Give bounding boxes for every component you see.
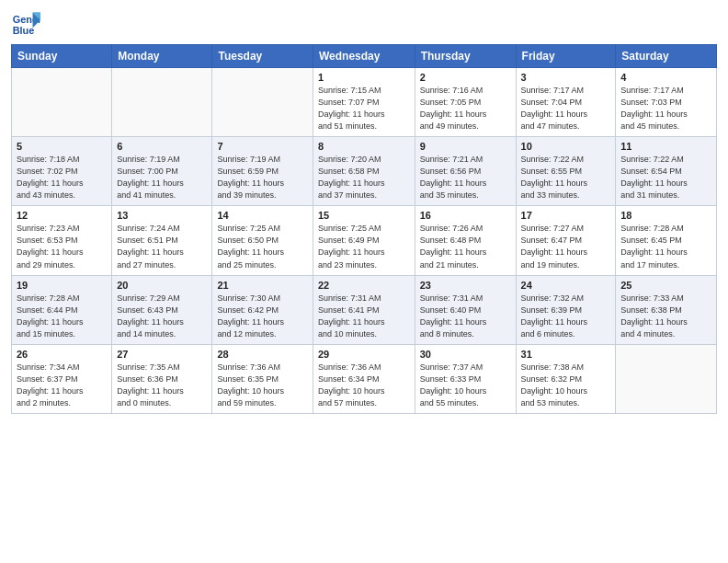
calendar-week-row: 12Sunrise: 7:23 AM Sunset: 6:53 PM Dayli… [12,206,717,275]
day-info: Sunrise: 7:36 AM Sunset: 6:35 PM Dayligh… [217,362,307,409]
col-header-saturday: Saturday [616,45,717,68]
day-info: Sunrise: 7:29 AM Sunset: 6:43 PM Dayligh… [117,293,207,340]
day-number: 30 [420,349,511,360]
calendar-cell: 11Sunrise: 7:22 AM Sunset: 6:54 PM Dayli… [616,137,717,206]
calendar-cell: 19Sunrise: 7:28 AM Sunset: 6:44 PM Dayli… [12,275,112,344]
calendar-cell: 15Sunrise: 7:25 AM Sunset: 6:49 PM Dayli… [313,206,415,275]
day-number: 16 [420,210,511,221]
day-info: Sunrise: 7:31 AM Sunset: 6:40 PM Dayligh… [420,293,511,340]
day-info: Sunrise: 7:17 AM Sunset: 7:04 PM Dayligh… [521,85,611,132]
day-number: 17 [521,210,611,221]
calendar-cell: 4Sunrise: 7:17 AM Sunset: 7:03 PM Daylig… [616,68,717,137]
calendar-cell: 25Sunrise: 7:33 AM Sunset: 6:38 PM Dayli… [616,275,717,344]
day-info: Sunrise: 7:38 AM Sunset: 6:32 PM Dayligh… [521,362,611,409]
day-info: Sunrise: 7:16 AM Sunset: 7:05 PM Dayligh… [420,85,511,132]
day-number: 28 [217,349,307,360]
calendar-cell: 30Sunrise: 7:37 AM Sunset: 6:33 PM Dayli… [415,344,516,413]
calendar-cell: 3Sunrise: 7:17 AM Sunset: 7:04 PM Daylig… [516,68,616,137]
day-number: 9 [420,141,511,152]
calendar-cell: 28Sunrise: 7:36 AM Sunset: 6:35 PM Dayli… [212,344,313,413]
day-number: 15 [318,210,410,221]
calendar-cell [112,68,212,137]
day-number: 18 [620,210,711,221]
calendar-cell: 27Sunrise: 7:35 AM Sunset: 6:36 PM Dayli… [112,344,212,413]
calendar-table: SundayMondayTuesdayWednesdayThursdayFrid… [11,44,717,414]
day-number: 21 [217,280,307,291]
day-number: 29 [318,349,410,360]
day-info: Sunrise: 7:23 AM Sunset: 6:53 PM Dayligh… [17,223,107,270]
col-header-wednesday: Wednesday [313,45,415,68]
day-info: Sunrise: 7:20 AM Sunset: 6:58 PM Dayligh… [318,154,410,201]
calendar-cell [616,344,717,413]
day-info: Sunrise: 7:33 AM Sunset: 6:38 PM Dayligh… [620,293,711,340]
day-info: Sunrise: 7:36 AM Sunset: 6:34 PM Dayligh… [318,362,410,409]
calendar-week-row: 5Sunrise: 7:18 AM Sunset: 7:02 PM Daylig… [12,137,717,206]
calendar-cell: 16Sunrise: 7:26 AM Sunset: 6:48 PM Dayli… [415,206,516,275]
col-header-thursday: Thursday [415,45,516,68]
day-info: Sunrise: 7:19 AM Sunset: 7:00 PM Dayligh… [117,154,207,201]
day-number: 11 [620,141,711,152]
day-number: 22 [318,280,410,291]
calendar-cell: 26Sunrise: 7:34 AM Sunset: 6:37 PM Dayli… [12,344,112,413]
day-number: 27 [117,349,207,360]
day-number: 31 [521,349,611,360]
day-number: 8 [318,141,410,152]
day-info: Sunrise: 7:31 AM Sunset: 6:41 PM Dayligh… [318,293,410,340]
day-number: 10 [521,141,611,152]
calendar-cell: 8Sunrise: 7:20 AM Sunset: 6:58 PM Daylig… [313,137,415,206]
day-number: 26 [17,349,107,360]
calendar-header-row: SundayMondayTuesdayWednesdayThursdayFrid… [12,45,717,68]
calendar-cell [12,68,112,137]
day-info: Sunrise: 7:24 AM Sunset: 6:51 PM Dayligh… [117,223,207,270]
day-info: Sunrise: 7:30 AM Sunset: 6:42 PM Dayligh… [217,293,307,340]
day-number: 3 [521,72,611,83]
calendar-cell: 22Sunrise: 7:31 AM Sunset: 6:41 PM Dayli… [313,275,415,344]
calendar-cell: 6Sunrise: 7:19 AM Sunset: 7:00 PM Daylig… [112,137,212,206]
calendar-cell: 2Sunrise: 7:16 AM Sunset: 7:05 PM Daylig… [415,68,516,137]
col-header-sunday: Sunday [12,45,112,68]
calendar-cell: 1Sunrise: 7:15 AM Sunset: 7:07 PM Daylig… [313,68,415,137]
day-number: 23 [420,280,511,291]
day-info: Sunrise: 7:35 AM Sunset: 6:36 PM Dayligh… [117,362,207,409]
calendar-week-row: 26Sunrise: 7:34 AM Sunset: 6:37 PM Dayli… [12,344,717,413]
svg-text:Blue: Blue [13,25,35,36]
calendar-week-row: 1Sunrise: 7:15 AM Sunset: 7:07 PM Daylig… [12,68,717,137]
day-number: 20 [117,280,207,291]
day-info: Sunrise: 7:27 AM Sunset: 6:47 PM Dayligh… [521,223,611,270]
day-number: 12 [17,210,107,221]
logo-icon: General Blue [11,9,40,39]
calendar-cell: 13Sunrise: 7:24 AM Sunset: 6:51 PM Dayli… [112,206,212,275]
page: General Blue SundayMondayTuesdayWednesda… [0,0,728,563]
calendar-cell: 9Sunrise: 7:21 AM Sunset: 6:56 PM Daylig… [415,137,516,206]
day-info: Sunrise: 7:22 AM Sunset: 6:55 PM Dayligh… [521,154,611,201]
calendar-cell: 29Sunrise: 7:36 AM Sunset: 6:34 PM Dayli… [313,344,415,413]
day-info: Sunrise: 7:18 AM Sunset: 7:02 PM Dayligh… [17,154,107,201]
col-header-tuesday: Tuesday [212,45,313,68]
calendar-cell: 24Sunrise: 7:32 AM Sunset: 6:39 PM Dayli… [516,275,616,344]
day-number: 5 [17,141,107,152]
day-info: Sunrise: 7:37 AM Sunset: 6:33 PM Dayligh… [420,362,511,409]
day-info: Sunrise: 7:26 AM Sunset: 6:48 PM Dayligh… [420,223,511,270]
header: General Blue [11,9,717,39]
day-number: 6 [117,141,207,152]
day-number: 7 [217,141,307,152]
calendar-cell [212,68,313,137]
calendar-cell: 17Sunrise: 7:27 AM Sunset: 6:47 PM Dayli… [516,206,616,275]
col-header-monday: Monday [112,45,212,68]
calendar-cell: 5Sunrise: 7:18 AM Sunset: 7:02 PM Daylig… [12,137,112,206]
day-number: 4 [620,72,711,83]
day-info: Sunrise: 7:34 AM Sunset: 6:37 PM Dayligh… [17,362,107,409]
day-number: 13 [117,210,207,221]
day-number: 19 [17,280,107,291]
day-info: Sunrise: 7:21 AM Sunset: 6:56 PM Dayligh… [420,154,511,201]
day-info: Sunrise: 7:25 AM Sunset: 6:50 PM Dayligh… [217,223,307,270]
day-number: 1 [318,72,410,83]
day-info: Sunrise: 7:32 AM Sunset: 6:39 PM Dayligh… [521,293,611,340]
calendar-cell: 14Sunrise: 7:25 AM Sunset: 6:50 PM Dayli… [212,206,313,275]
calendar-cell: 20Sunrise: 7:29 AM Sunset: 6:43 PM Dayli… [112,275,212,344]
day-info: Sunrise: 7:17 AM Sunset: 7:03 PM Dayligh… [620,85,711,132]
calendar-cell: 23Sunrise: 7:31 AM Sunset: 6:40 PM Dayli… [415,275,516,344]
calendar-cell: 10Sunrise: 7:22 AM Sunset: 6:55 PM Dayli… [516,137,616,206]
day-number: 24 [521,280,611,291]
day-info: Sunrise: 7:19 AM Sunset: 6:59 PM Dayligh… [217,154,307,201]
